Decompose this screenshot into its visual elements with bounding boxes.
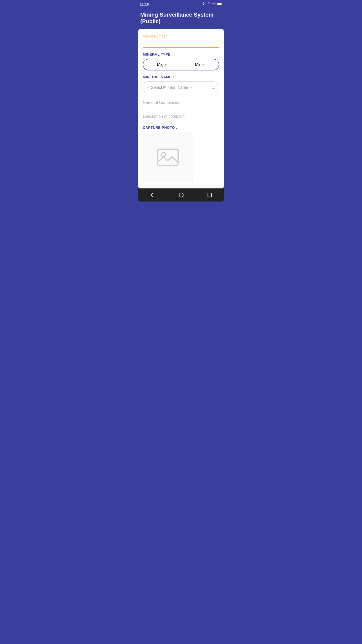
status-bar: 11:16 xyxy=(136,0,226,8)
app-header: Mining Surveillance System (Public) xyxy=(136,8,226,29)
svg-rect-2 xyxy=(217,3,221,5)
description-input[interactable] xyxy=(143,112,219,121)
form-card: Mobile Number MINERAL TYPE : Major Minor… xyxy=(138,29,224,188)
photo-capture-box[interactable] xyxy=(143,132,193,182)
location-icon xyxy=(202,2,205,7)
status-icons xyxy=(202,2,222,7)
home-button[interactable] xyxy=(173,190,189,200)
back-button[interactable] xyxy=(145,190,160,200)
mineral-type-toggle: Major Minor xyxy=(143,59,219,70)
recents-button[interactable] xyxy=(202,190,217,199)
home-icon xyxy=(178,192,184,198)
mobile-number-field: Mobile Number xyxy=(143,34,219,48)
status-time: 11:16 xyxy=(140,2,149,6)
mobile-number-label: Mobile Number xyxy=(143,34,219,38)
svg-rect-6 xyxy=(208,193,212,197)
battery-icon xyxy=(217,3,222,6)
svg-point-5 xyxy=(179,193,184,197)
mineral-type-minor[interactable]: Minor xyxy=(181,59,219,70)
mineral-name-dropdown-wrapper: -- Select Mineral Name -- ⌄ xyxy=(143,82,219,93)
mineral-name-label: MINERAL NAME : xyxy=(143,75,219,79)
recents-icon xyxy=(207,192,212,197)
capture-photo-label: CAPTURE PHOTO : xyxy=(143,126,219,130)
back-icon xyxy=(150,192,155,198)
wifi-icon xyxy=(207,3,211,6)
svg-point-4 xyxy=(161,152,165,156)
photo-placeholder-icon xyxy=(157,148,179,167)
signal-icon xyxy=(212,2,216,7)
nav-bar xyxy=(138,188,224,202)
app-title: Mining Surveillance System (Public) xyxy=(140,12,222,25)
description-field xyxy=(143,112,219,121)
complainant-name-field xyxy=(143,98,219,107)
mineral-name-select[interactable]: -- Select Mineral Name -- xyxy=(143,82,219,93)
mobile-number-input[interactable] xyxy=(143,40,219,48)
capture-photo-section: CAPTURE PHOTO : xyxy=(143,126,219,182)
svg-rect-1 xyxy=(222,3,222,4)
mineral-type-major[interactable]: Major xyxy=(143,59,181,70)
complainant-name-input[interactable] xyxy=(143,98,219,107)
mineral-type-label: MINERAL TYPE : xyxy=(143,52,219,56)
svg-rect-3 xyxy=(158,149,178,166)
